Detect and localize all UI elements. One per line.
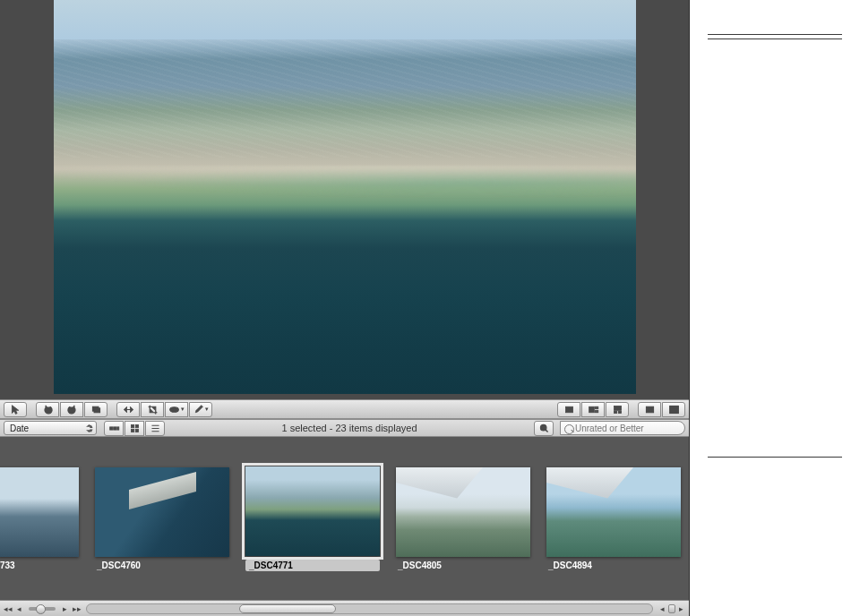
grid-layout-icon [129,423,141,434]
thumbnail-image[interactable] [396,467,530,557]
annotation-line [708,34,842,35]
next-button[interactable]: ▸ [59,603,71,614]
brush-icon [193,404,204,415]
thumbnail-image[interactable] [95,467,229,557]
svg-rect-8 [597,406,597,408]
single-view-button[interactable] [638,402,661,417]
thumbnail[interactable]: _DSC4894 [546,467,681,570]
svg-rect-6 [595,406,597,408]
filter-placeholder: Unrated or Better [575,424,644,433]
svg-rect-16 [109,426,112,429]
loupe-icon [538,423,550,434]
rotate-ccw-button[interactable] [36,402,59,417]
browser-mode-button[interactable] [606,402,629,417]
thumbnail[interactable]: _DSC4805 [396,467,530,570]
thumbnail-label: _DSC4771 [245,560,380,571]
main-image[interactable] [54,0,636,394]
pointer-icon [10,404,21,415]
svg-rect-17 [113,426,116,429]
single-view-icon [644,404,656,415]
thumbnail-selected[interactable]: _DSC4771 [245,466,380,571]
navbar: ◂◂ ◂ ▸ ▸▸ ◂ ▸ [0,600,689,616]
primary-toolbar: ▾ ▾ [0,399,689,419]
svg-rect-22 [135,429,138,432]
svg-point-3 [173,408,176,411]
crop-button[interactable] [141,402,164,417]
first-button[interactable]: ◂◂ [2,603,13,614]
thumbnail-image[interactable] [245,466,380,556]
horizontal-scrollbar[interactable] [86,603,653,614]
rotate-cw-button[interactable] [60,402,83,417]
svg-rect-19 [131,424,133,427]
thumbnail-label: _DSC4894 [546,560,681,570]
scrollbar-handle[interactable] [239,604,335,613]
browser-mode-icon [612,404,623,415]
sort-field-select[interactable]: Date ▴▾ [4,421,97,435]
svg-rect-11 [614,411,616,413]
svg-rect-12 [618,411,621,413]
svg-rect-5 [589,406,594,413]
scroll-right-button[interactable]: ▸ [675,603,687,614]
thumbnail-image[interactable] [546,467,681,557]
filter-field[interactable]: Unrated or Better [560,421,685,435]
updown-icon: ▴▾ [90,424,93,432]
scroll-track-marker [668,604,675,613]
svg-rect-21 [131,429,133,432]
fullscreen-icon [668,404,680,415]
stacks-icon [90,404,102,415]
svg-rect-1 [94,407,100,412]
thumbnail-label: _DSC4760 [95,560,229,570]
split-mode-icon [588,404,599,415]
viewer-mode-button[interactable] [557,402,580,417]
straighten-button[interactable] [116,402,140,417]
list-layout-icon [150,423,161,434]
svg-rect-14 [648,407,650,410]
eye-icon [168,404,180,415]
svg-rect-15 [669,406,678,413]
redeye-button[interactable]: ▾ [165,402,188,417]
svg-rect-18 [116,426,118,429]
crop-icon [147,404,159,415]
thumbnail[interactable]: 733 [0,467,79,570]
thumbnail-zoom-slider[interactable] [29,607,56,611]
svg-rect-7 [595,410,597,412]
fullscreen-button[interactable] [662,402,685,417]
thumbnail-label: 733 [0,560,79,570]
viewer-mode-icon [563,404,575,415]
filmstrip[interactable]: 733 _DSC4760 _DSC4771 _DSC4805 _DSC4894 [0,437,689,600]
loupe-button[interactable] [534,421,554,436]
filter-search: Unrated or Better [560,421,685,435]
brush-button[interactable]: ▾ [189,402,212,417]
svg-rect-9 [597,410,597,412]
filmstrip-layout-icon [108,423,120,434]
annotation-line [708,38,842,39]
stacks-button[interactable] [84,402,107,417]
svg-rect-4 [565,406,572,413]
split-mode-button[interactable] [581,402,605,417]
app-window: ▾ ▾ Date ▴▾ [0,0,690,616]
chevron-down-icon: ▾ [181,406,185,413]
last-button[interactable]: ▸▸ [71,603,82,614]
list-layout-button[interactable] [145,421,165,436]
straighten-icon [123,404,134,415]
viewer-area [0,0,689,399]
filmstrip-layout-button[interactable] [104,421,124,436]
rotate-cw-icon [66,404,78,415]
secondary-toolbar: Date ▴▾ 1 selected - 23 items displayed … [0,419,689,437]
svg-rect-20 [135,424,138,427]
chevron-down-icon: ▾ [205,406,209,413]
selection-tool-button[interactable] [4,402,27,417]
thumbnail[interactable]: _DSC4760 [95,467,229,570]
rotate-ccw-icon [42,404,54,415]
selection-status: 1 selected - 23 items displayed [281,423,417,433]
annotation-line [708,457,842,458]
scroll-left-button[interactable]: ◂ [657,603,668,614]
thumbnail-image[interactable] [0,467,79,557]
grid-layout-button[interactable] [125,421,144,436]
sort-field-label: Date [10,424,29,433]
svg-point-23 [540,424,546,431]
thumbnail-label: _DSC4805 [396,560,530,570]
prev-button[interactable]: ◂ [13,603,25,614]
svg-rect-10 [614,406,621,410]
